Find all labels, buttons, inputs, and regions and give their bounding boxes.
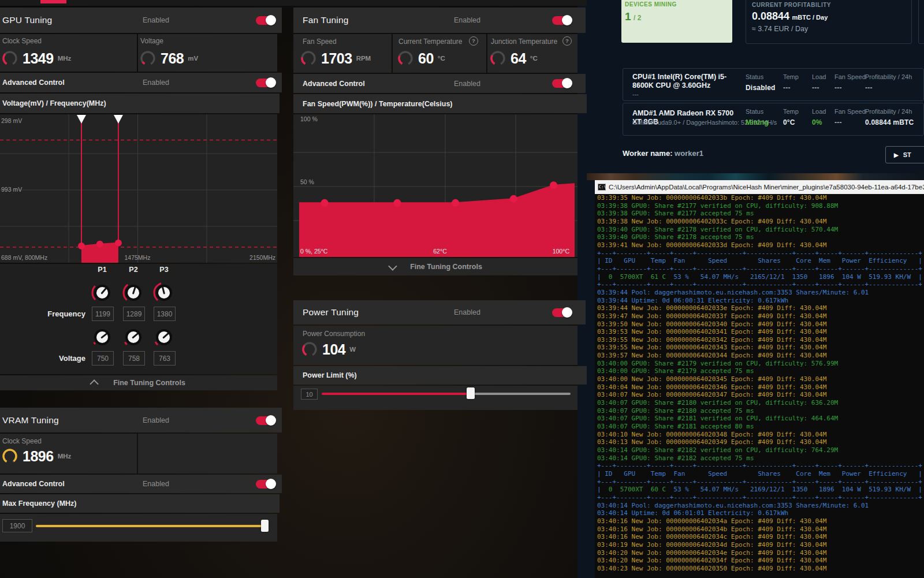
vram-maxfreq-slider-track[interactable] [36, 525, 268, 527]
console-line: 03:40:00 GPU0: Share #2179 verified on C… [597, 360, 924, 368]
fan-fine-tuning-toggle-bar[interactable]: Fine Tuning Controls [293, 258, 578, 275]
gpu-voltage-gauge: 768 mV [139, 49, 198, 68]
console-line: 03:39:38 GPU0: Share #2177 verified on C… [597, 202, 924, 210]
power-limit-slider-thumb[interactable] [467, 387, 475, 399]
fan-advanced-row: Advanced Control [293, 74, 454, 93]
start-stop-mining-button[interactable]: ▶ ST [885, 146, 924, 163]
vram-clock-value: 1896 [23, 448, 54, 465]
console-line: 03:39:50 New Job: 0000000064020340 Epoch… [597, 320, 924, 329]
gpu-enabled-label: Enabled [143, 16, 169, 24]
voltage-p1-input[interactable]: 750 [92, 351, 114, 366]
console-line: 03:39:44 Uptime: 0d 06:00:31 Electricity… [597, 297, 924, 305]
console-line: 03:39:55 New Job: 0000000064020343 Epoch… [597, 344, 924, 352]
frequency-knob-p1[interactable] [90, 280, 115, 305]
frequency-p2-input[interactable]: 1289 [123, 307, 145, 321]
power-tuning-toggle[interactable] [552, 308, 572, 317]
gpu-clock-gauge: 1349 MHz [1, 49, 71, 68]
console-line: 03:40:20 New Job: 000000006402034e Epoch… [597, 549, 924, 557]
active-tab-indicator [40, 0, 66, 3]
vram-tuning-header: VRAM Tuning [0, 408, 139, 432]
vram-maxfreq-slider-thumb[interactable] [261, 520, 269, 532]
chevron-up-icon [90, 379, 99, 389]
device-subtitle: --- [632, 91, 639, 98]
console-line: 03:39:38 GPU0: Share #2177 accepted 75 m… [597, 210, 924, 218]
fan-advanced-toggle[interactable] [552, 79, 572, 88]
frequency-row-label: Frequency [35, 309, 85, 318]
frequency-knob-p2[interactable] [121, 280, 146, 305]
voltage-frequency-chart[interactable]: 298 mV993 mV688 mV, 800MHz1475MHz2150MHz [0, 114, 277, 263]
console-line: 03:40:07 GPU0: Share #2181 accepted 80 m… [597, 423, 924, 431]
voltage-knob-p1[interactable] [90, 325, 115, 350]
devices-mining-total: / 2 [634, 14, 641, 22]
worker-name-row: Worker name: worker1 [623, 149, 703, 158]
voltage-row-label: Voltage [35, 354, 85, 363]
console-line: 03:40:19 New Job: 000000006402034d Epoch… [597, 541, 924, 549]
vf-point [96, 241, 103, 248]
console-line: 03:39:47 New Job: 000000006402033f Epoch… [597, 312, 924, 320]
junction-temp-unit: °C [530, 55, 538, 62]
fan-tuning-header: Fan Tuning [293, 8, 454, 33]
current-temp-gauge: 60 °C [397, 49, 445, 68]
device-row-gpu[interactable]: AMD#1 AMD Radeon RX 5700 XT 8GB GMinerCu… [623, 103, 924, 136]
console-line: 03:39:53 New Job: 0000000064020341 Epoch… [597, 328, 924, 336]
fan-point [393, 199, 401, 207]
junction-temp-label: Junction Temperature [491, 38, 557, 46]
power-tuning-title: Power Tuning [303, 307, 359, 318]
console-line: +---+--------+-----+-----+------------+-… [597, 494, 924, 502]
frequency-p3-input[interactable]: 1380 [154, 307, 176, 321]
console-line: +---+--------+-----+-----+------------+-… [597, 462, 924, 470]
gpu-tuning-toggle[interactable] [256, 16, 275, 25]
gpu-tuning-header: GPU Tuning [0, 8, 139, 33]
console-line: +---+--------+-----+-----+------------+-… [597, 478, 924, 486]
pstate-p2-label: P2 [129, 266, 137, 274]
console-line: 03:40:23 New Job: 0000000064020350 Epoch… [597, 565, 924, 573]
fan-point [321, 199, 329, 207]
vram-advanced-toggle[interactable] [256, 480, 275, 488]
power-limit-slider-rest[interactable] [471, 393, 571, 395]
console-line: +---+--------+-----+-----+------------+-… [597, 249, 924, 258]
power-limit-slider-filled[interactable] [322, 393, 471, 395]
power-limit-input[interactable]: 10 [301, 389, 318, 400]
fan-curve-chart[interactable]: 100 %50 %0 %, 25°C62°C100°C [293, 114, 578, 257]
current-temp-value: 60 [418, 50, 434, 67]
device-stat: Fan Speed--- [834, 108, 866, 126]
vram-slider-row [0, 514, 277, 542]
gpu-advanced-toggle[interactable] [256, 79, 275, 87]
console-line: 03:39:44 New Job: 000000006402033e Epoch… [597, 304, 924, 312]
screen: GPU Tuning Enabled Clock Speed Voltage 1… [0, 0, 924, 578]
console-line: | 0 5700XT 60 C 53 % 54.07 MH/s 2169/12/… [597, 486, 924, 494]
voltage-p3-input[interactable]: 763 [154, 351, 176, 366]
console-line: +---+--------+-----+-----+------------+-… [597, 265, 924, 273]
fan-advanced-enabled-label: Enabled [454, 80, 480, 88]
console-line: 03:40:13 New Job: 0000000064020349 Epoch… [597, 438, 924, 446]
vram-maxfreq-input[interactable]: 1900 [2, 519, 32, 532]
console-window-icon: C:\ [598, 184, 606, 191]
svg-text:0 %, 25°C: 0 %, 25°C [300, 248, 328, 255]
frequency-knob-p3[interactable] [151, 280, 177, 305]
devices-mining-card: DEVICES MINING 1 / 2 [621, 0, 732, 43]
power-consumption-gauge: 104 W [301, 340, 356, 359]
console-line: 03:39:57 New Job: 0000000064020344 Epoch… [597, 352, 924, 360]
junction-temp-help-icon[interactable]: ? [562, 36, 572, 46]
console-line: 03:40:07 New Job: 0000000064020347 Epoch… [597, 391, 924, 399]
voltage-knob-p2[interactable] [121, 325, 146, 350]
voltage-p2-input[interactable]: 758 [123, 351, 145, 366]
current-temp-help-icon[interactable]: ? [469, 36, 478, 46]
vf-chart-header: Voltage(mV) / Frequency(MHz) [0, 94, 280, 113]
power-tuning-header: Power Tuning [293, 300, 454, 325]
fan-tuning-toggle[interactable] [552, 16, 572, 25]
voltage-knob-p3[interactable] [151, 325, 177, 350]
gpu-tuning-title: GPU Tuning [2, 15, 52, 25]
vram-tuning-toggle[interactable] [256, 416, 275, 425]
device-row-cpu[interactable]: CPU#1 Intel(R) Core(TM) i5-8600K CPU @ 3… [623, 68, 924, 101]
console-line: 03:40:00 New Job: 0000000064020345 Epoch… [597, 375, 924, 383]
gpu-voltage-value: 768 [161, 50, 184, 67]
miner-console-log[interactable]: 03:39:35 New Job: 000000006402033b Epoch… [595, 194, 924, 578]
devices-mining-active: 1 [625, 10, 631, 23]
gpu-fine-tuning-toggle-bar[interactable]: Fine Tuning Controls [0, 375, 277, 390]
fan-chart-header: Fan Speed(PWM(%)) / Temperature(Celsius) [293, 94, 587, 113]
svg-text:298 mV: 298 mV [1, 117, 22, 124]
gauge-arc-icon [397, 50, 414, 67]
vram-advanced-enabled-label: Enabled [143, 480, 169, 488]
frequency-p1-input[interactable]: 1199 [92, 307, 114, 321]
